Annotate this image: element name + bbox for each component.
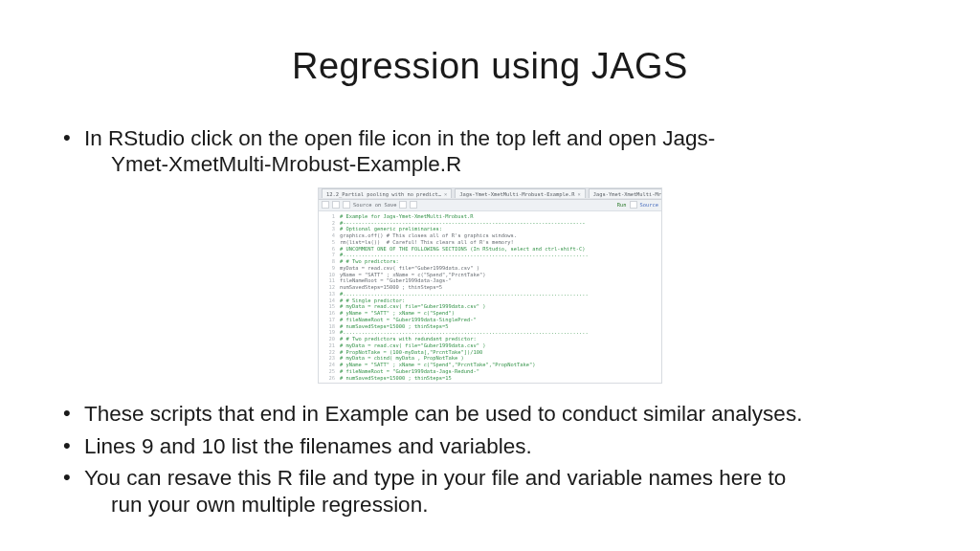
code-line: 10yName = "SATT" ; xName = c("Spend","Pr…: [319, 272, 661, 278]
code-line: 20# # Two predictors with redundant pred…: [319, 336, 661, 342]
editor-tab: 12.2_Partial pooling with no predict…×: [322, 188, 452, 198]
rerun-icon: [630, 201, 637, 209]
bullet-2: These scripts that end in Example can be…: [59, 401, 921, 427]
editor-tabs: 12.2_Partial pooling with no predict…× J…: [319, 188, 661, 200]
code-line: 21# myData = read.csv( file="Guber1999da…: [319, 342, 661, 349]
screenshot-wrap: 12.2_Partial pooling with no predict…× J…: [59, 187, 921, 385]
rstudio-screenshot: 12.2_Partial pooling with no predict…× J…: [318, 187, 662, 385]
code-line: 3# Optional generic preliminaries:: [319, 226, 661, 232]
close-icon: ×: [577, 191, 580, 198]
code-line: 11fileNameRoot = "Guber1999data-Jags-": [319, 277, 661, 284]
code-line: 4graphics.off() # This closes all of R's…: [319, 232, 661, 239]
code-line: 22# PropNotTake = (100-myData[,"PrcntTak…: [319, 349, 661, 356]
code-line: 24# yName = "SATT" ; xName = c("Spend","…: [319, 362, 661, 368]
wand-icon: [410, 201, 417, 209]
code-body: 1# Example for Jags-Ymet-XmetMulti-Mrobu…: [319, 211, 661, 384]
editor-tab: Jags-Ymet-XmetMulti-Mrobust-Examp…×: [589, 188, 661, 198]
code-line: 13#.....................................…: [319, 291, 661, 298]
bullet-1-line1: In RStudio click on the open file icon i…: [84, 126, 715, 150]
back-icon: [322, 201, 329, 209]
code-line: 7#......................................…: [319, 252, 661, 258]
code-line: 15# myData = read.csv( file="Guber1999da…: [319, 303, 661, 310]
code-line: 26# numSavedSteps=15000 ; thinSteps=15: [319, 375, 661, 382]
code-line: 23# myData = cbind( myData , PropNotTake…: [319, 355, 661, 362]
code-line: 5rm(list=ls()) # Careful! This clears al…: [319, 239, 661, 246]
close-icon: ×: [444, 191, 447, 198]
code-line: 1# Example for Jags-Ymet-XmetMulti-Mrobu…: [319, 213, 661, 220]
bullet-4-line1: You can resave this R file and type in y…: [84, 466, 786, 490]
source-on-save-label: Source on Save: [353, 202, 396, 209]
code-line: 9myData = read.csv( file="Guber1999data.…: [319, 265, 661, 272]
code-line: 17# fileNameRoot = "Guber1999data-Single…: [319, 317, 661, 323]
forward-icon: [332, 201, 340, 209]
find-icon: [399, 201, 407, 209]
source-button-label: Source: [640, 202, 658, 209]
bullet-4: You can resave this R file and type in y…: [59, 465, 921, 518]
code-line: 19#.....................................…: [319, 329, 661, 336]
code-line: 8# # Two predictors:: [319, 258, 661, 265]
code-line: 12numSavedSteps=15000 ; thinSteps=5: [319, 284, 661, 291]
code-line: 25# fileNameRoot = "Guber1999data-Jags-R…: [319, 368, 661, 375]
save-icon: [343, 201, 350, 209]
code-line: 18# numSavedSteps=15000 ; thinSteps=5: [319, 323, 661, 330]
code-line: 16# yName = "SATT" ; xName = c("Spend"): [319, 310, 661, 317]
slide: Regression using JAGS In RStudio click o…: [0, 0, 980, 551]
bullet-3: Lines 9 and 10 list the filenames and va…: [59, 433, 921, 459]
bullet-1-line2: Ymet-XmetMulti-Mrobust-Example.R: [84, 151, 921, 177]
editor-tab: Jags-Ymet-XmetMulti-Mrobust-Example.R×: [455, 188, 585, 198]
code-line: 2#--------------------------------------…: [319, 220, 661, 227]
code-line: 14# # Single predictor:: [319, 298, 661, 304]
bullet-1: In RStudio click on the open file icon i…: [59, 125, 921, 178]
code-line: 6# UNCOMMENT ONE OF THE FOLLOWING SECTIO…: [319, 246, 661, 253]
slide-body: In RStudio click on the open file icon i…: [59, 125, 921, 518]
slide-title: Regression using JAGS: [59, 46, 921, 87]
run-button-label: Run: [617, 202, 627, 209]
bullet-4-line2: run your own multiple regression.: [84, 492, 921, 518]
editor-toolbar: Source on Save Run Source: [319, 200, 661, 211]
